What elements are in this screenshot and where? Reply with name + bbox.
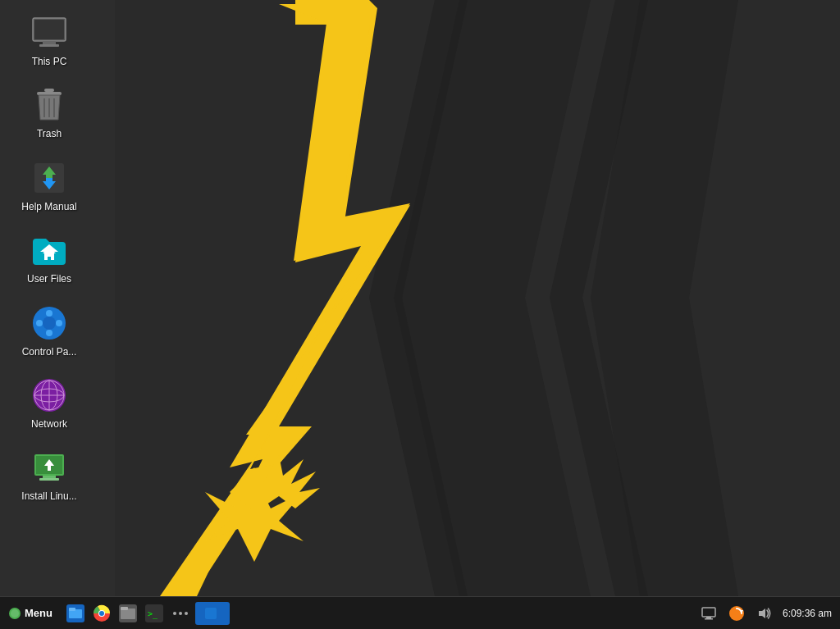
desktop-icon-network[interactable]: Network (12, 371, 86, 435)
svg-marker-63 (759, 608, 765, 618)
taskbar-terminal-button[interactable]: >_ (143, 602, 166, 625)
trash-icon (30, 85, 69, 125)
update-tray-icon[interactable] (725, 602, 748, 625)
svg-text:>_: >_ (148, 609, 158, 619)
svg-rect-45 (69, 608, 75, 611)
taskbar-apps: >_ (61, 602, 195, 625)
menu-label: Menu (25, 607, 52, 619)
chrome-icon (93, 604, 111, 622)
terminal-icon: >_ (145, 604, 163, 622)
desktop-icon-install-linux[interactable]: Install Linu... (12, 443, 86, 507)
active-window-button[interactable] (195, 602, 230, 625)
svg-rect-60 (705, 618, 713, 620)
system-tray (697, 602, 776, 625)
network-icon (30, 376, 69, 415)
svg-point-42 (11, 609, 19, 618)
taskbar-more-button[interactable] (169, 602, 192, 625)
desktop-icon-user-files[interactable]: User Files (12, 226, 86, 289)
svg-point-29 (56, 320, 62, 326)
taskbar: Menu (0, 596, 840, 629)
svg-point-27 (46, 330, 52, 336)
more-icon (171, 604, 189, 622)
install-linux-icon (30, 448, 69, 487)
desktop-icon-control-panel[interactable]: Control Pa... (12, 299, 86, 362)
help-manual-label: Help Manual (21, 201, 76, 212)
control-panel-icon (30, 303, 69, 343)
svg-rect-13 (39, 44, 59, 47)
this-pc-label: This PC (32, 56, 67, 67)
volume-tray-icon[interactable] (753, 602, 776, 625)
desktop: This PC Trash (0, 0, 840, 596)
menu-leaf-icon (8, 607, 21, 620)
svg-rect-11 (34, 20, 64, 39)
svg-rect-15 (44, 89, 54, 92)
taskbar-right: 6:09:36 am (697, 597, 840, 629)
screen-icon (701, 607, 716, 620)
help-manual-icon (30, 158, 69, 198)
user-files-icon (30, 230, 69, 270)
this-pc-icon (30, 13, 69, 52)
svg-point-55 (179, 612, 182, 615)
svg-rect-40 (39, 478, 59, 481)
svg-point-26 (46, 310, 52, 317)
files-blue-icon (66, 604, 84, 622)
active-window-icon (205, 608, 217, 619)
install-linux-label: Install Linu... (21, 490, 76, 502)
svg-point-48 (99, 611, 104, 616)
update-icon (728, 605, 745, 622)
svg-rect-58 (702, 608, 715, 617)
volume-icon (757, 607, 772, 620)
desktop-icon-help-manual[interactable]: Help Manual (12, 153, 86, 217)
desktop-icons-container: This PC Trash (12, 8, 86, 508)
network-label: Network (31, 418, 67, 430)
desktop-background (0, 0, 840, 596)
taskbar-time: 6:09:36 am (783, 608, 832, 619)
svg-point-54 (173, 612, 176, 615)
svg-rect-57 (205, 608, 217, 619)
svg-point-25 (43, 317, 56, 330)
screen-tray-icon[interactable] (697, 602, 720, 625)
svg-rect-51 (121, 607, 128, 610)
desktop-icon-trash[interactable]: Trash (12, 80, 86, 144)
file-manager-icon (119, 604, 137, 622)
svg-rect-59 (706, 617, 711, 618)
user-files-label: User Files (27, 273, 71, 285)
desktop-icon-this-pc[interactable]: This PC (12, 8, 86, 72)
svg-point-56 (185, 612, 188, 615)
taskbar-files-app-button[interactable] (64, 602, 87, 625)
svg-rect-14 (37, 92, 62, 95)
svg-point-28 (36, 320, 43, 326)
trash-label: Trash (37, 128, 62, 139)
taskbar-menu-button[interactable]: Menu (0, 597, 61, 629)
taskbar-chrome-button[interactable] (90, 602, 113, 625)
control-panel-label: Control Pa... (22, 346, 77, 358)
svg-rect-39 (43, 476, 56, 478)
svg-rect-12 (43, 41, 56, 44)
taskbar-file-manager-button[interactable] (116, 602, 139, 625)
